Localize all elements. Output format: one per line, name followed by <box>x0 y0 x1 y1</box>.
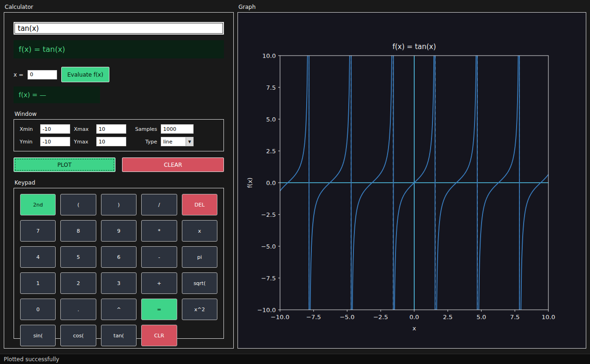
clear-button[interactable]: CLEAR <box>122 157 224 172</box>
evaluate-row: x = Evaluate f(x) <box>14 67 224 82</box>
type-label: Type <box>130 139 157 145</box>
keypad-button[interactable]: ) <box>101 194 137 215</box>
svg-text:−2.5: −2.5 <box>261 211 276 218</box>
keypad-button[interactable]: 5 <box>60 246 96 268</box>
keypad-button[interactable]: DEL <box>182 194 217 215</box>
window-grid: Xmin Xmax Samples Ymin Ymax Type line <box>20 124 218 146</box>
samples-label: Samples <box>130 126 157 132</box>
keypad-button[interactable]: / <box>141 194 177 215</box>
svg-text:5.0: 5.0 <box>476 314 486 321</box>
keypad-button[interactable]: 2 <box>60 272 96 294</box>
function-display: f(x) = tan(x) <box>14 40 224 58</box>
keypad-button[interactable]: ( <box>60 194 96 215</box>
svg-text:2.5: 2.5 <box>266 148 276 155</box>
svg-text:−7.5: −7.5 <box>306 314 321 321</box>
keypad-button[interactable]: cos( <box>60 325 96 346</box>
keypad-button[interactable]: 0 <box>20 299 56 320</box>
type-combobox[interactable]: line ▼ <box>161 137 194 146</box>
plot-clear-row: PLOT CLEAR <box>14 157 224 172</box>
svg-text:f(x) = tan(x): f(x) = tan(x) <box>392 43 436 51</box>
keypad-button[interactable]: . <box>60 299 96 320</box>
ymax-input[interactable] <box>96 137 126 146</box>
result-display: f(x) = — <box>14 86 100 103</box>
evaluate-button[interactable]: Evaluate f(x) <box>61 67 109 82</box>
ymin-input[interactable] <box>40 137 70 146</box>
graph-frame-label: Graph <box>238 4 586 11</box>
svg-text:10.0: 10.0 <box>542 314 555 321</box>
keypad-button[interactable]: 7 <box>20 220 56 242</box>
status-text: Plotted successfully <box>4 356 59 363</box>
x-equals-label: x = <box>14 71 23 78</box>
svg-text:10.0: 10.0 <box>262 52 276 59</box>
xmax-label: Xmax <box>74 126 93 132</box>
ymin-label: Ymin <box>20 139 36 145</box>
calculator-frame: f(x) = tan(x) x = Evaluate f(x) f(x) = —… <box>4 12 234 349</box>
svg-text:−5.0: −5.0 <box>261 243 276 250</box>
keypad-button[interactable]: CLR <box>141 325 177 346</box>
chevron-down-icon[interactable]: ▼ <box>186 137 193 146</box>
keypad-grid: 2nd()/DEL789*x456-pi123+sqrt(0.^=x^2sin(… <box>16 194 222 346</box>
svg-text:−10.0: −10.0 <box>271 314 289 321</box>
keypad-button[interactable]: 2nd <box>20 194 56 215</box>
xmax-input[interactable] <box>96 124 126 134</box>
keypad-button[interactable]: 1 <box>20 272 56 294</box>
window-frame-label: Window <box>14 111 224 118</box>
calculator-panel: Calculator f(x) = tan(x) x = Evaluate f(… <box>4 4 234 349</box>
keypad-button[interactable]: - <box>141 246 177 268</box>
svg-text:7.5: 7.5 <box>266 84 276 91</box>
app-window: Calculator f(x) = tan(x) x = Evaluate f(… <box>0 0 590 364</box>
graph-frame: −10.0−7.5−5.0−2.50.02.55.07.510.0−10.0−7… <box>237 12 586 349</box>
keypad-button[interactable]: ^ <box>101 299 137 320</box>
xmin-input[interactable] <box>40 124 70 134</box>
keypad-button[interactable]: 6 <box>101 246 137 268</box>
expression-input[interactable] <box>14 22 224 35</box>
svg-text:5.0: 5.0 <box>266 116 276 123</box>
keypad-button[interactable]: * <box>141 220 177 242</box>
keypad-frame: 2nd()/DEL789*x456-pi123+sqrt(0.^=x^2sin(… <box>14 188 224 339</box>
keypad-button[interactable]: 8 <box>60 220 96 242</box>
keypad-button[interactable]: = <box>141 299 177 320</box>
x-value-input[interactable] <box>28 70 57 79</box>
main-content: Calculator f(x) = tan(x) x = Evaluate f(… <box>0 0 590 354</box>
xmin-label: Xmin <box>20 126 36 132</box>
svg-text:−10.0: −10.0 <box>257 307 276 314</box>
svg-text:2.5: 2.5 <box>443 314 453 321</box>
keypad-button[interactable]: pi <box>182 246 217 268</box>
svg-text:x: x <box>412 325 416 332</box>
keypad-button[interactable]: 4 <box>20 246 56 268</box>
window-frame: Xmin Xmax Samples Ymin Ymax Type line <box>14 119 224 151</box>
keypad-button[interactable]: 9 <box>101 220 137 242</box>
status-bar: Plotted successfully <box>0 354 590 364</box>
keypad-button[interactable]: sin( <box>20 325 56 346</box>
svg-text:−5.0: −5.0 <box>340 314 355 321</box>
svg-text:0.0: 0.0 <box>410 314 419 321</box>
keypad-button[interactable]: x <box>182 220 217 242</box>
keypad-button[interactable]: tan( <box>101 325 137 346</box>
calculator-frame-label: Calculator <box>5 4 234 11</box>
plot-button[interactable]: PLOT <box>14 157 115 172</box>
graph-canvas: −10.0−7.5−5.0−2.50.02.55.07.510.0−10.0−7… <box>238 13 586 348</box>
keypad-button[interactable]: sqrt( <box>182 272 217 294</box>
svg-text:7.5: 7.5 <box>510 314 520 321</box>
samples-input[interactable] <box>161 124 194 134</box>
graph-figure: −10.0−7.5−5.0−2.50.02.55.07.510.0−10.0−7… <box>238 13 586 348</box>
graph-panel: Graph −10.0−7.5−5.0−2.50.02.55.07.510.0−… <box>237 4 586 349</box>
svg-text:−2.5: −2.5 <box>373 314 388 321</box>
svg-text:f(x): f(x) <box>246 178 253 188</box>
keypad-button[interactable]: x^2 <box>182 299 217 320</box>
type-combobox-value: line <box>161 137 186 146</box>
keypad-button[interactable]: 3 <box>101 272 137 294</box>
svg-text:0.0: 0.0 <box>266 179 276 186</box>
keypad-frame-label: Keypad <box>14 179 224 186</box>
ymax-label: Ymax <box>74 139 93 145</box>
keypad-button[interactable]: + <box>141 272 177 294</box>
svg-text:−7.5: −7.5 <box>261 275 276 282</box>
